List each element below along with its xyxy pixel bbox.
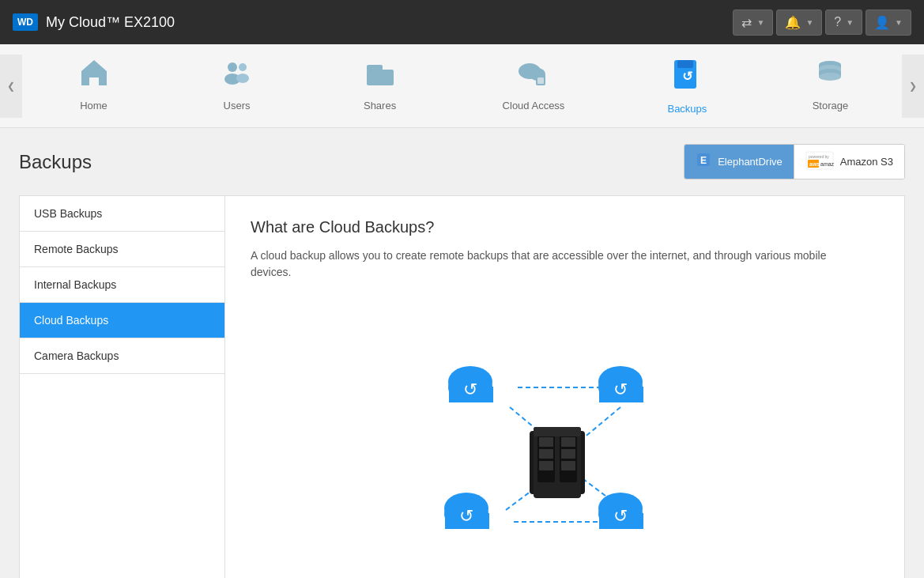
sidebar-item-usb-backups[interactable]: USB Backups bbox=[20, 196, 224, 232]
svg-point-20 bbox=[819, 73, 841, 81]
amazon-s3-label: Amazon S3 bbox=[840, 156, 893, 168]
help-icon: ? bbox=[834, 15, 841, 29]
nav-items: Home Users Shares bbox=[22, 44, 902, 127]
nav-label-cloud-access: Cloud Access bbox=[503, 100, 565, 111]
usb-backups-label: USB Backups bbox=[34, 207, 102, 220]
svg-text:E: E bbox=[700, 155, 707, 166]
svg-text:↺: ↺ bbox=[613, 506, 628, 526]
nav-item-home[interactable]: Home bbox=[55, 44, 134, 127]
bell-button[interactable]: 🔔 ▼ bbox=[776, 9, 822, 36]
nav-item-backups[interactable]: ↺ Backups bbox=[647, 44, 726, 127]
header-left: WD My Cloud™ EX2100 bbox=[13, 13, 175, 31]
home-icon bbox=[78, 57, 110, 93]
shares-icon bbox=[364, 57, 396, 93]
nav-left-arrow[interactable]: ❮ bbox=[0, 55, 22, 118]
cloud-backups-label: Cloud Backups bbox=[34, 314, 108, 327]
device-name: My Cloud™ EX2100 bbox=[46, 14, 175, 31]
svg-rect-10 bbox=[537, 77, 544, 84]
elephant-drive-icon: E bbox=[696, 152, 711, 172]
nav-label-shares: Shares bbox=[364, 100, 396, 111]
nav-label-users: Users bbox=[224, 100, 251, 111]
internal-backups-label: Internal Backups bbox=[34, 278, 116, 291]
svg-rect-60 bbox=[539, 449, 553, 459]
elephant-drive-button[interactable]: E ElephantDrive bbox=[685, 145, 794, 179]
svg-marker-0 bbox=[81, 60, 107, 85]
svg-rect-64 bbox=[561, 461, 575, 470]
svg-point-3 bbox=[239, 63, 247, 71]
svg-text:aws: aws bbox=[809, 161, 820, 167]
panel-description: A cloud backup allows you to create remo… bbox=[251, 247, 851, 281]
user-button[interactable]: 👤 ▼ bbox=[866, 9, 911, 36]
remote-backups-label: Remote Backups bbox=[34, 243, 119, 255]
svg-text:↺: ↺ bbox=[682, 70, 692, 83]
nav-item-cloud-access[interactable]: Cloud Access bbox=[484, 44, 584, 127]
svg-text:↺: ↺ bbox=[459, 506, 473, 526]
svg-text:amazon: amazon bbox=[820, 161, 834, 167]
nav-item-users[interactable]: Users bbox=[198, 44, 277, 127]
main-content: Backups E ElephantDrive powered by bbox=[0, 128, 924, 578]
diagram-svg: ↺ ↺ bbox=[383, 320, 747, 573]
svg-rect-5 bbox=[367, 70, 394, 85]
camera-backups-label: Camera Backups bbox=[34, 349, 119, 362]
panel-title: What are Cloud Backups? bbox=[251, 218, 879, 236]
bell-arrow-icon: ▼ bbox=[805, 18, 813, 27]
svg-rect-63 bbox=[561, 449, 575, 459]
svg-point-1 bbox=[228, 62, 237, 72]
sidebar-item-internal-backups[interactable]: Internal Backups bbox=[20, 267, 224, 303]
svg-rect-59 bbox=[539, 437, 553, 447]
elephant-drive-label: ElephantDrive bbox=[718, 156, 783, 168]
svg-text:powered by: powered by bbox=[809, 154, 829, 159]
bell-icon: 🔔 bbox=[785, 15, 801, 30]
page-title-bar: Backups E ElephantDrive powered by bbox=[19, 144, 905, 179]
help-button[interactable]: ? ▼ bbox=[825, 9, 862, 35]
backups-icon: ↺ bbox=[669, 57, 704, 96]
sidebar-item-camera-backups[interactable]: Camera Backups bbox=[20, 338, 224, 374]
usb-button[interactable]: ⇄ ▼ bbox=[733, 9, 773, 36]
users-icon bbox=[221, 57, 253, 93]
amazon-s3-button[interactable]: powered by aws amazon Amazon S3 bbox=[794, 145, 904, 179]
header: WD My Cloud™ EX2100 ⇄ ▼ 🔔 ▼ ? ▼ 👤 ▼ bbox=[0, 0, 924, 44]
help-arrow-icon: ▼ bbox=[846, 18, 854, 27]
user-arrow-icon: ▼ bbox=[895, 18, 903, 27]
svg-rect-12 bbox=[677, 60, 693, 68]
amazon-icon: powered by aws amazon bbox=[805, 151, 834, 172]
svg-rect-6 bbox=[367, 65, 383, 71]
svg-rect-65 bbox=[534, 427, 581, 436]
sidebar: USB Backups Remote Backups Internal Back… bbox=[20, 196, 225, 578]
nav: ❮ Home Users bbox=[0, 44, 924, 128]
nav-item-storage[interactable]: Storage bbox=[790, 44, 869, 127]
header-right: ⇄ ▼ 🔔 ▼ ? ▼ 👤 ▼ bbox=[733, 9, 911, 36]
nav-label-storage: Storage bbox=[813, 100, 849, 111]
cloud-service-buttons: E ElephantDrive powered by aws amazon bbox=[684, 144, 905, 179]
content-area: USB Backups Remote Backups Internal Back… bbox=[19, 195, 905, 578]
nav-item-shares[interactable]: Shares bbox=[341, 44, 420, 127]
storage-icon bbox=[814, 57, 846, 93]
svg-text:↺: ↺ bbox=[463, 380, 477, 399]
nav-label-backups: Backups bbox=[667, 103, 707, 115]
sidebar-item-cloud-backups[interactable]: Cloud Backups bbox=[20, 303, 224, 338]
user-icon: 👤 bbox=[874, 15, 890, 30]
cloud-backup-diagram: ↺ ↺ bbox=[251, 304, 879, 578]
svg-rect-62 bbox=[561, 437, 575, 447]
usb-icon: ⇄ bbox=[741, 15, 752, 30]
wd-logo: WD bbox=[13, 13, 38, 31]
svg-rect-61 bbox=[539, 461, 553, 470]
nav-right-arrow[interactable]: ❯ bbox=[902, 55, 924, 118]
svg-text:↺: ↺ bbox=[613, 380, 628, 399]
sidebar-item-remote-backups[interactable]: Remote Backups bbox=[20, 232, 224, 267]
nav-label-home: Home bbox=[80, 100, 107, 111]
usb-arrow-icon: ▼ bbox=[756, 18, 764, 27]
main-panel: What are Cloud Backups? A cloud backup a… bbox=[225, 196, 904, 578]
page-title: Backups bbox=[19, 151, 92, 173]
svg-point-4 bbox=[236, 74, 249, 83]
cloud-access-icon bbox=[514, 57, 553, 93]
